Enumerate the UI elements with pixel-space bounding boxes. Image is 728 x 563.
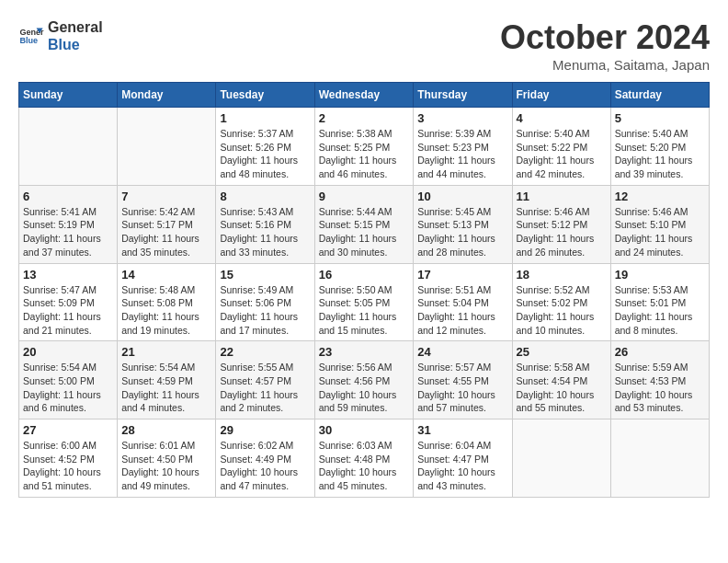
day-number: 9 [319,190,410,203]
calendar-header-monday: Monday [118,83,216,108]
day-detail: Sunrise: 5:44 AM Sunset: 5:15 PM Dayligh… [319,205,410,259]
day-number: 21 [121,345,211,359]
day-number: 11 [517,190,607,203]
calendar-cell: 16Sunrise: 5:50 AM Sunset: 5:05 PM Dayli… [314,263,414,341]
calendar-cell: 4Sunrise: 5:40 AM Sunset: 5:22 PM Daylig… [512,108,610,186]
day-number: 6 [23,190,113,203]
calendar-table: SundayMondayTuesdayWednesdayThursdayFrid… [18,82,710,498]
day-detail: Sunrise: 6:00 AM Sunset: 4:52 PM Dayligh… [23,439,113,493]
day-number: 31 [417,423,507,437]
day-number: 28 [121,423,211,437]
logo-icon: General Blue [18,23,44,49]
page-header: General Blue General Blue October 2024 M… [18,18,710,73]
title-block: October 2024 Menuma, Saitama, Japan [500,18,710,73]
calendar-cell: 23Sunrise: 5:56 AM Sunset: 4:56 PM Dayli… [314,341,414,419]
day-detail: Sunrise: 5:59 AM Sunset: 4:53 PM Dayligh… [615,361,705,415]
day-number: 8 [220,190,310,203]
calendar-cell: 15Sunrise: 5:49 AM Sunset: 5:06 PM Dayli… [216,263,314,341]
day-number: 18 [517,268,607,282]
day-number: 1 [220,111,310,125]
calendar-header-thursday: Thursday [414,83,512,108]
day-detail: Sunrise: 5:40 AM Sunset: 5:22 PM Dayligh… [517,127,607,181]
day-detail: Sunrise: 5:40 AM Sunset: 5:20 PM Dayligh… [615,127,705,181]
month-title: October 2024 [500,18,710,57]
calendar-week-5: 27Sunrise: 6:00 AM Sunset: 4:52 PM Dayli… [19,419,710,498]
calendar-cell: 25Sunrise: 5:58 AM Sunset: 4:54 PM Dayli… [512,341,610,419]
day-detail: Sunrise: 5:37 AM Sunset: 5:26 PM Dayligh… [220,127,310,181]
day-number: 22 [220,345,310,359]
calendar-body: 1Sunrise: 5:37 AM Sunset: 5:26 PM Daylig… [19,108,710,498]
day-number: 24 [417,345,507,359]
day-detail: Sunrise: 6:04 AM Sunset: 4:47 PM Dayligh… [417,439,507,493]
calendar-week-3: 13Sunrise: 5:47 AM Sunset: 5:09 PM Dayli… [19,263,710,341]
calendar-cell: 3Sunrise: 5:39 AM Sunset: 5:23 PM Daylig… [414,108,512,186]
calendar-cell [118,108,216,186]
day-detail: Sunrise: 5:47 AM Sunset: 5:09 PM Dayligh… [23,283,113,338]
day-detail: Sunrise: 5:52 AM Sunset: 5:02 PM Dayligh… [517,283,607,338]
day-detail: Sunrise: 5:49 AM Sunset: 5:06 PM Dayligh… [220,283,310,338]
day-number: 17 [417,268,507,282]
day-number: 27 [23,423,113,437]
calendar-week-4: 20Sunrise: 5:54 AM Sunset: 5:00 PM Dayli… [19,341,710,419]
calendar-header-wednesday: Wednesday [314,83,414,108]
day-detail: Sunrise: 5:46 AM Sunset: 5:10 PM Dayligh… [615,205,705,259]
day-detail: Sunrise: 5:51 AM Sunset: 5:04 PM Dayligh… [417,283,507,338]
day-detail: Sunrise: 5:53 AM Sunset: 5:01 PM Dayligh… [615,283,705,338]
day-number: 16 [319,268,410,282]
calendar-cell [610,419,709,498]
calendar-cell: 17Sunrise: 5:51 AM Sunset: 5:04 PM Dayli… [414,263,512,341]
logo-blue: Blue [48,36,103,53]
calendar-week-1: 1Sunrise: 5:37 AM Sunset: 5:26 PM Daylig… [19,108,710,186]
day-number: 19 [615,268,705,282]
calendar-cell: 8Sunrise: 5:43 AM Sunset: 5:16 PM Daylig… [216,185,314,263]
calendar-cell: 22Sunrise: 5:55 AM Sunset: 4:57 PM Dayli… [216,341,314,419]
day-number: 3 [417,111,507,125]
day-number: 12 [615,190,705,203]
day-number: 29 [220,423,310,437]
day-detail: Sunrise: 5:58 AM Sunset: 4:54 PM Dayligh… [517,361,607,415]
calendar-cell: 29Sunrise: 6:02 AM Sunset: 4:49 PM Dayli… [216,419,314,498]
day-detail: Sunrise: 5:55 AM Sunset: 4:57 PM Dayligh… [220,361,310,415]
day-number: 7 [121,190,211,203]
calendar-cell: 1Sunrise: 5:37 AM Sunset: 5:26 PM Daylig… [216,108,314,186]
day-number: 30 [319,423,410,437]
day-detail: Sunrise: 5:45 AM Sunset: 5:13 PM Dayligh… [417,205,507,259]
day-number: 2 [319,111,410,125]
calendar-header-friday: Friday [512,83,610,108]
calendar-header-tuesday: Tuesday [216,83,314,108]
calendar-cell: 26Sunrise: 5:59 AM Sunset: 4:53 PM Dayli… [610,341,709,419]
day-number: 4 [517,111,607,125]
calendar-cell: 27Sunrise: 6:00 AM Sunset: 4:52 PM Dayli… [19,419,118,498]
day-detail: Sunrise: 5:56 AM Sunset: 4:56 PM Dayligh… [319,361,410,415]
day-detail: Sunrise: 6:02 AM Sunset: 4:49 PM Dayligh… [220,439,310,493]
calendar-week-2: 6Sunrise: 5:41 AM Sunset: 5:19 PM Daylig… [19,185,710,263]
day-number: 23 [319,345,410,359]
day-number: 20 [23,345,113,359]
calendar-cell: 2Sunrise: 5:38 AM Sunset: 5:25 PM Daylig… [314,108,414,186]
day-number: 10 [417,190,507,203]
day-detail: Sunrise: 5:39 AM Sunset: 5:23 PM Dayligh… [417,127,507,181]
calendar-cell: 12Sunrise: 5:46 AM Sunset: 5:10 PM Dayli… [610,185,709,263]
calendar-cell: 11Sunrise: 5:46 AM Sunset: 5:12 PM Dayli… [512,185,610,263]
calendar-header-sunday: Sunday [19,83,118,108]
day-detail: Sunrise: 5:41 AM Sunset: 5:19 PM Dayligh… [23,205,113,259]
calendar-header-row: SundayMondayTuesdayWednesdayThursdayFrid… [19,83,710,108]
day-number: 13 [23,268,113,282]
calendar-cell: 10Sunrise: 5:45 AM Sunset: 5:13 PM Dayli… [414,185,512,263]
calendar-cell: 9Sunrise: 5:44 AM Sunset: 5:15 PM Daylig… [314,185,414,263]
day-number: 15 [220,268,310,282]
calendar-cell: 19Sunrise: 5:53 AM Sunset: 5:01 PM Dayli… [610,263,709,341]
day-detail: Sunrise: 6:03 AM Sunset: 4:48 PM Dayligh… [319,439,410,493]
calendar-cell: 20Sunrise: 5:54 AM Sunset: 5:00 PM Dayli… [19,341,118,419]
day-detail: Sunrise: 5:48 AM Sunset: 5:08 PM Dayligh… [121,283,211,338]
calendar-cell: 28Sunrise: 6:01 AM Sunset: 4:50 PM Dayli… [118,419,216,498]
day-detail: Sunrise: 5:38 AM Sunset: 5:25 PM Dayligh… [319,127,410,181]
day-number: 5 [615,111,705,125]
day-detail: Sunrise: 5:46 AM Sunset: 5:12 PM Dayligh… [517,205,607,259]
calendar-cell: 31Sunrise: 6:04 AM Sunset: 4:47 PM Dayli… [414,419,512,498]
day-detail: Sunrise: 5:57 AM Sunset: 4:55 PM Dayligh… [417,361,507,415]
calendar-cell: 5Sunrise: 5:40 AM Sunset: 5:20 PM Daylig… [610,108,709,186]
day-detail: Sunrise: 6:01 AM Sunset: 4:50 PM Dayligh… [121,439,211,493]
day-detail: Sunrise: 5:54 AM Sunset: 4:59 PM Dayligh… [121,361,211,415]
logo-general: General [48,18,103,36]
